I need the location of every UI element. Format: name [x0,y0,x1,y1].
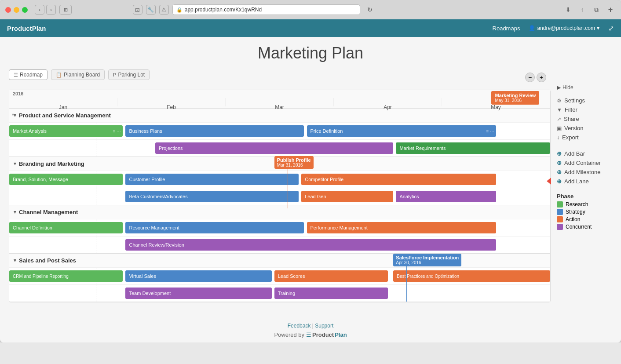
lane-grid-sales-1: CRM and Pipeline Reporting Virtual Sales… [9,268,550,284]
sidebar-item-settings[interactable]: ⚙ Settings [557,96,614,105]
bar-market-requirements[interactable]: Market Requirements [396,142,550,154]
reload-button[interactable]: ↻ [367,6,373,13]
bar-lead-gen[interactable]: Lead Gen [301,191,393,202]
publish-profile-milestone[interactable]: Publish Profile Mar 31, 2016 [274,156,314,208]
bar-analytics[interactable]: Analytics [396,191,496,202]
add-milestone-button[interactable]: ⊕ Add Milestone [557,167,614,177]
filter-label: Filter [565,106,577,113]
show-sidebar-button[interactable]: ⊞ [59,5,72,15]
forward-button[interactable]: › [46,5,56,15]
month-feb: Feb [117,98,226,106]
hide-label: Hide [563,84,574,91]
url-text: app.productplan.com/Kx1qwRNd [185,7,262,13]
share-browser-icon[interactable]: ↑ [577,4,588,15]
powered-by: Powered by ☰ ProductPlan [4,331,617,338]
layout-button[interactable]: ⊡ [133,5,142,15]
new-tab-icon[interactable]: + [605,4,616,15]
export-label: Export [562,134,579,141]
share-icon: ↗ [557,116,561,122]
bar-projections[interactable]: Projections [155,142,393,154]
close-button[interactable] [5,7,11,13]
lane-product-2: Projections Market Requirements [9,139,550,157]
sidebar-item-filter[interactable]: ▼ Filter [557,105,614,114]
lane-grid-product-2: Projections Market Requirements [9,140,550,157]
address-bar[interactable]: 🔒 app.productplan.com/Kx1qwRNd [172,4,360,15]
salesforce-line [406,266,407,302]
timeline-header: 2016 Jan ▼ Feb Mar Apr May [9,90,550,109]
page-title: Marketing Plan [9,44,612,62]
lane-channel-1: Channel Definition Resource Management P… [9,219,550,236]
strategy-label: Strategy [566,209,585,215]
sidebar-item-share[interactable]: ↗ Share [557,114,614,124]
bar-business-plans[interactable]: Business Plans [125,125,304,137]
roadmaps-link[interactable]: Roadmaps [493,25,520,32]
dashed-line-6 [96,237,96,253]
section-toggle-branding[interactable]: ▾ [14,161,16,167]
bar-market-analysis[interactable]: Market Analysis ≡ ⋯ [9,125,123,137]
year-label: 2016 [13,91,23,96]
top-nav: ProductPlan Roadmaps 👤 andre@productplan… [0,19,621,37]
expand-button[interactable]: ⤢ [608,24,614,33]
bar-training[interactable]: Training [274,288,388,299]
duplicate-icon[interactable]: ⧉ [591,4,602,15]
section-branding: Publish Profile Mar 31, 2016 ▾ Branding … [9,157,550,205]
bar-channel-definition[interactable]: Channel Definition [9,222,123,233]
add-container-button[interactable]: ⊕ Add Container [557,158,614,167]
bar-price-definition[interactable]: Price Definition ≡ ⋯ [307,125,497,137]
legend-concurrent: Concurrent [557,224,614,230]
lock-icon: 🔒 [176,7,183,13]
marketing-review-milestone[interactable]: Marketing Review May 31, 2016 [491,91,539,105]
add-lane-button[interactable]: ⊕ Add Lane [557,177,614,186]
salesforce-milestone[interactable]: SalesForce Implementation Apr 30, 2016 [393,254,461,302]
tab-planning-board[interactable]: 📋 Planning Board [51,69,105,80]
fullscreen-button[interactable] [22,7,28,13]
minimize-button[interactable] [14,7,19,13]
bar-channel-review[interactable]: Channel Review/Revision [125,239,496,251]
tools-button[interactable]: 🔧 [146,5,156,15]
sidebar-item-export[interactable]: ↓ Export [557,133,614,142]
section-toggle-channel[interactable]: ▾ [14,209,16,215]
strategy-dot [557,209,563,215]
version-icon: ▣ [557,125,562,131]
bar-competitor-profile[interactable]: Competitor Profile [301,174,496,185]
back-button[interactable]: ‹ [35,5,44,15]
footer-links: Feedback | Support [4,323,617,329]
research-dot [557,201,563,207]
settings-icon: ⚙ [557,98,562,104]
bar-performance-management[interactable]: Performance Management [307,222,497,233]
pp-plan-text: Plan [335,331,347,338]
bar-lead-scores[interactable]: Lead Scores [274,270,388,282]
bar-resource-management[interactable]: Resource Management [125,222,304,233]
tab-roadmap[interactable]: ☰ Roadmap [9,69,47,80]
section-sales-title: Sales and Post Sales [19,257,76,264]
bar-customer-profile[interactable]: Customer Profile [125,174,299,185]
dashed-line-8 [96,285,96,302]
zoom-out-button[interactable]: − [525,73,535,82]
hide-arrow-icon: ▶ [557,84,561,91]
timeline-container: 2016 Jan ▼ Feb Mar Apr May [9,90,551,302]
hide-button[interactable]: ▶ Hide [557,84,614,91]
warning-button[interactable]: ⚠ [159,5,169,15]
sidebar-item-version[interactable]: ▣ Version [557,124,614,133]
section-sales-header: ▾ Sales and Post Sales [9,254,550,267]
bar-beta-customers[interactable]: Beta Customers/Advocates [125,191,299,202]
add-bar-icon: ⊕ [557,150,562,157]
dashed-line-4 [96,188,96,205]
user-menu[interactable]: 👤 andre@productplan.com ▾ [529,25,599,31]
roadmap-tab-icon: ☰ [14,72,18,78]
download-icon[interactable]: ⬇ [563,4,574,15]
zoom-in-button[interactable]: + [537,73,546,82]
marketing-review-date: May 31, 2016 [495,98,536,103]
support-link[interactable]: Support [315,323,333,329]
bar-team-development[interactable]: Team Development [125,288,271,299]
footer: Feedback | Support Powered by ☰ ProductP… [0,318,621,342]
section-toggle-sales[interactable]: ▾ [14,258,16,263]
feedback-link[interactable]: Feedback [288,323,311,329]
bar-virtual-sales[interactable]: Virtual Sales [125,270,271,282]
add-bar-button[interactable]: ⊕ Add Bar [557,149,614,158]
lane-grid-channel-1: Channel Definition Resource Management P… [9,219,550,236]
tab-parking-lot[interactable]: P Parking Lot [108,69,150,80]
lane-product-1: Market Analysis ≡ ⋯ Business Plans Price… [9,122,550,139]
bar-crm-pipeline[interactable]: CRM and Pipeline Reporting [9,270,123,282]
bar-brand-solution[interactable]: Brand, Solution, Message [9,174,123,185]
